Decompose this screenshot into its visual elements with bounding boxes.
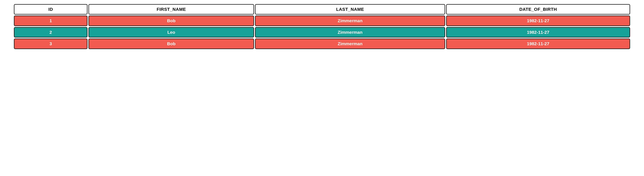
- cell-date-of-birth: 1982-11-27: [446, 27, 630, 37]
- cell-last-name: Zimmerman: [255, 15, 445, 26]
- data-table: ID FIRST_NAME LAST_NAME DATE_OF_BIRTH 1 …: [13, 3, 631, 50]
- table-header: ID FIRST_NAME LAST_NAME DATE_OF_BIRTH: [14, 4, 630, 14]
- cell-id: 2: [14, 27, 88, 37]
- cell-first-name: Bob: [88, 15, 254, 26]
- table-row: 3 Bob Zimmerman 1982-11-27: [14, 39, 630, 49]
- cell-last-name: Zimmerman: [255, 27, 445, 37]
- table-row: 2 Leo Zimmerman 1982-11-27: [14, 27, 630, 37]
- cell-first-name: Leo: [88, 27, 254, 37]
- cell-last-name: Zimmerman: [255, 39, 445, 49]
- header-date-of-birth: DATE_OF_BIRTH: [446, 4, 630, 14]
- header-id: ID: [14, 4, 88, 14]
- header-first-name: FIRST_NAME: [88, 4, 254, 14]
- table-body: 1 Bob Zimmerman 1982-11-27 2 Leo Zimmerm…: [14, 15, 630, 49]
- cell-id: 1: [14, 15, 88, 26]
- cell-date-of-birth: 1982-11-27: [446, 39, 630, 49]
- cell-date-of-birth: 1982-11-27: [446, 15, 630, 26]
- table-row: 1 Bob Zimmerman 1982-11-27: [14, 15, 630, 26]
- cell-first-name: Bob: [88, 39, 254, 49]
- cell-id: 3: [14, 39, 88, 49]
- header-last-name: LAST_NAME: [255, 4, 445, 14]
